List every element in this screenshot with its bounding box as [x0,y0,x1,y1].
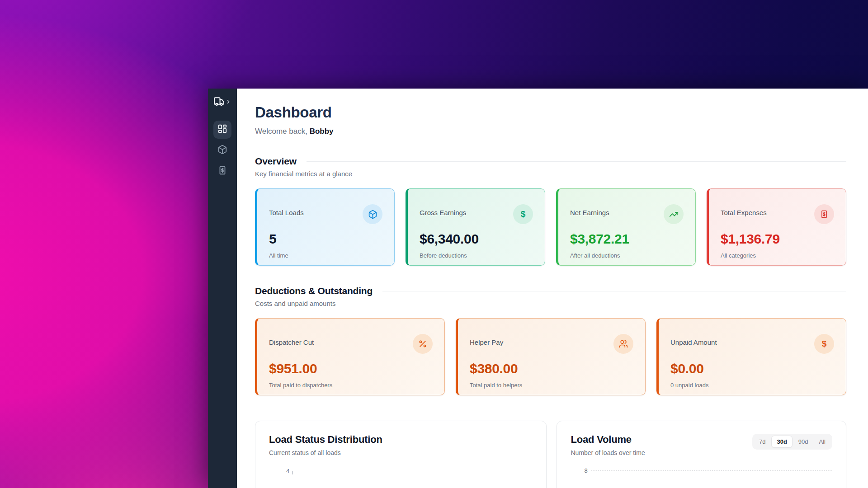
sidebar-logo-toggle[interactable] [213,96,231,107]
dollar-icon: $ [513,204,533,224]
card-net-earnings: Net Earnings $3,872.21 After all deducti… [556,188,696,266]
overview-cards: Total Loads 5 All time Gross Earnings $ [255,188,846,266]
metric-value: $3,872.21 [570,231,684,247]
range-90d-button[interactable]: 90d [793,436,813,447]
chart-title: Load Volume [571,434,645,446]
metric-value: $380.00 [470,361,633,376]
metric-value: $6,340.00 [420,231,533,247]
card-unpaid-amount: Unpaid Amount $ $0.00 0 unpaid loads [656,318,846,395]
metric-subtext: All time [269,252,382,259]
overview-title: Overview [255,156,297,167]
welcome-message: Welcome back, Bobby [255,127,846,136]
metric-value: $0.00 [670,361,834,376]
card-gross-earnings: Gross Earnings $ $6,340.00 Before deduct… [406,188,545,266]
chart-title: Load Status Distribution [269,434,533,446]
page-title: Dashboard [255,104,846,121]
main-content: Dashboard Welcome back, Bobby Overview K… [237,89,868,488]
load-volume-card: Load Volume Number of loads over time 7d… [557,421,846,488]
card-dispatcher-cut: Dispatcher Cut $951.00 Total paid to dis… [255,318,445,395]
sidebar-item-finances[interactable] [213,162,231,180]
chevron-right-icon [225,99,231,105]
receipt-icon [217,165,227,177]
gridline-dotted [591,470,832,471]
card-total-expenses: Total Expenses $1,136.79 All categories [707,188,846,266]
card-helper-pay: Helper Pay $380.00 Total paid to helpers [456,318,646,395]
receipt-icon [814,204,834,224]
metric-subtext: Total paid to dispatchers [269,382,433,389]
y-axis-stub: 8 [584,467,832,474]
metric-subtext: After all deductions [570,252,684,259]
time-range-selector: 7d 30d 90d All [752,434,832,450]
metric-value: 5 [269,231,382,247]
load-status-distribution-card: Load Status Distribution Current status … [255,421,547,488]
range-7d-button[interactable]: 7d [754,436,770,447]
overview-subtitle: Key financial metrics at a glance [255,170,846,178]
app-window: Dashboard Welcome back, Bobby Overview K… [208,89,868,488]
overview-section: Overview Key financial metrics at a glan… [255,156,846,266]
metric-subtext: Before deductions [420,252,533,259]
users-icon [613,334,633,354]
deductions-cards: Dispatcher Cut $951.00 Total paid to dis… [255,318,846,395]
chart-subtitle: Current status of all loads [269,449,533,456]
metric-subtext: Total paid to helpers [470,382,633,389]
percent-icon [413,334,433,354]
y-axis-stub: 4 [286,467,533,474]
sidebar-nav [213,121,231,180]
range-all-button[interactable]: All [814,436,830,447]
deductions-title: Deductions & Outstanding [255,286,373,296]
deductions-subtitle: Costs and unpaid amounts [255,300,846,307]
section-divider [307,161,846,162]
sidebar-item-loads[interactable] [213,141,231,160]
user-name: Bobby [310,127,334,136]
metric-subtext: 0 unpaid loads [670,382,834,389]
sidebar [208,89,237,488]
deductions-section: Deductions & Outstanding Costs and unpai… [255,286,846,395]
truck-icon [213,96,225,107]
desktop-wallpaper: Dashboard Welcome back, Bobby Overview K… [0,0,868,488]
package-icon [363,204,382,224]
range-30d-button[interactable]: 30d [771,436,792,448]
chart-subtitle: Number of loads over time [571,449,645,456]
package-icon [217,145,227,156]
axis-tick [292,471,293,474]
section-divider [382,291,846,291]
metric-subtext: All categories [721,252,834,259]
metric-value: $1,136.79 [721,231,834,247]
sidebar-item-dashboard[interactable] [213,121,231,139]
dashboard-grid-icon [217,124,227,136]
metric-value: $951.00 [269,361,433,376]
trending-up-icon [664,204,684,224]
charts-row: Load Status Distribution Current status … [255,421,846,488]
card-total-loads: Total Loads 5 All time [255,188,395,266]
dollar-icon: $ [814,334,834,354]
